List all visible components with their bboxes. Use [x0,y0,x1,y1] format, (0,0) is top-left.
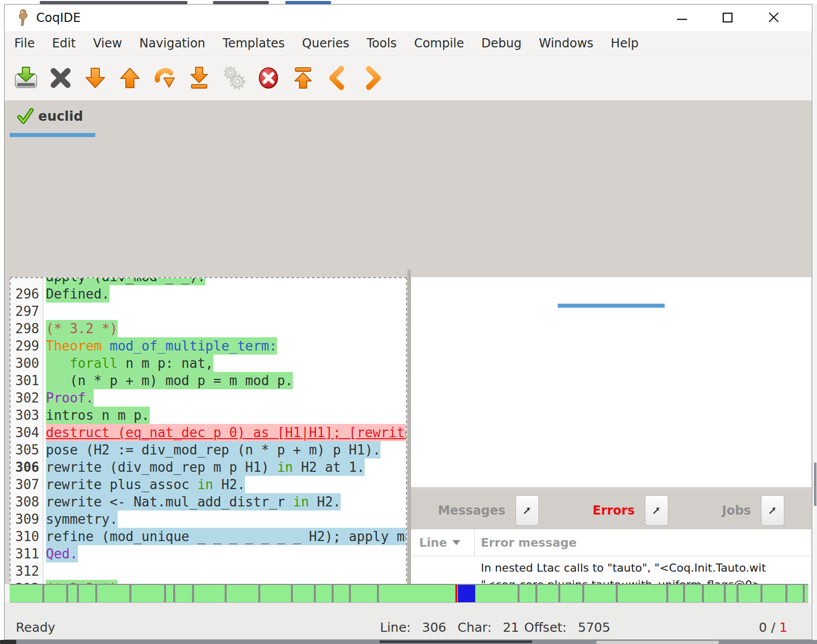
line-text: rewrite (div_mod_rep m p H1) in H2 at 1. [43,459,365,476]
errors-separator: / [771,620,775,635]
progress-segment-divider [332,585,334,602]
previous-occurrence-button[interactable] [320,63,355,93]
menu-item-tools[interactable]: Tools [358,36,405,50]
code-line: 309symmetry. [11,511,406,528]
code-line: apply (div_mod _ _). [11,277,406,285]
close-icon [767,10,781,24]
line-number: 311 [11,545,43,562]
menu-item-debug[interactable]: Debug [473,36,530,50]
save-button[interactable] [9,63,43,93]
minimize-button[interactable] [673,10,691,25]
progress-segment-divider [724,585,726,602]
line-text: Proof. [43,389,94,407]
menu-bar: FileEditViewNavigationTemplatesQueriesTo… [5,31,812,56]
line-text: (n * p + m) mod p = m mod p. [43,372,293,389]
progress-segment-divider [518,585,520,602]
line-number: 304 [11,424,43,441]
line-column-header[interactable]: Line [411,529,475,556]
line-text [43,303,46,320]
detach-button[interactable] [515,495,539,526]
progress-segment-divider [349,585,351,602]
line-text: rewrite plus_assoc in H2. [43,476,245,493]
progress-segment-divider [291,585,293,602]
line-text: intros n m p. [43,407,150,424]
line-label: Line: [380,620,411,635]
panel-tab-label: Messages [438,503,506,518]
maximize-button[interactable] [719,10,737,25]
code-line: 304destruct (eq_nat_dec p 0) as [H1|H1];… [11,424,406,441]
line-text: Qed. [43,545,78,562]
progress-current-marker [458,585,475,602]
background-blur [0,640,16,644]
menu-item-windows[interactable]: Windows [530,36,602,50]
close-button[interactable] [765,10,782,25]
detach-button[interactable] [645,495,668,526]
code-line: 311Qed. [11,545,406,562]
offset-label: Offset: [524,620,567,635]
background-text-blur [379,640,532,643]
backward-one-command-icon [118,66,142,90]
progress-segment-divider [129,585,131,602]
menu-item-templates[interactable]: Templates [214,36,293,50]
save-icon [14,66,38,90]
line-number: 306 [11,459,43,476]
close-buffer-button[interactable] [43,63,78,93]
next-occurrence-button[interactable] [355,63,390,93]
close-buffer-icon [48,66,73,90]
coq-logo-icon [15,9,31,27]
make-button[interactable] [216,63,251,93]
detach-arrow-icon [652,506,661,515]
restart-button[interactable] [286,63,320,93]
menu-item-help[interactable]: Help [602,36,647,50]
line-text: rewrite <- Nat.mul_add_distr_r in H2. [43,493,341,511]
go-to-end-button[interactable] [182,63,216,93]
detach-button[interactable] [761,495,784,526]
message-column-header[interactable]: Error message [475,536,577,549]
code-line: 302Proof. [11,389,406,407]
code-line: 300 forall n m p: nat, [11,355,406,372]
progress-segment-divider [702,585,704,602]
detach-arrow-icon [768,506,777,515]
forward-one-command-button[interactable] [78,63,113,93]
code-line: 299Theorem mod_of_multiple_term: [11,337,406,355]
coqide-window: CoqIDE FileEditViewNavigationTemplatesQu… [4,4,812,640]
code-line: 308rewrite <- Nat.mul_add_distr_r in H2. [11,493,406,511]
tab-euclid[interactable]: euclid [17,108,83,125]
menu-item-queries[interactable]: Queries [293,36,358,50]
line-text: apply (div_mod _ _). [43,277,205,285]
next-occurrence-icon [360,66,385,90]
panel-tab-jobs[interactable]: Jobs [722,495,784,526]
menu-item-file[interactable]: File [6,36,43,50]
make-icon [222,66,246,90]
menu-item-navigation[interactable]: Navigation [131,36,214,50]
line-number: 299 [11,337,43,355]
background-window-right [813,4,817,640]
panel-tab-messages[interactable]: Messages [438,495,539,526]
progress-segment-divider [683,585,685,602]
horizontal-splitter[interactable] [411,487,811,491]
menu-item-view[interactable]: View [85,36,131,50]
go-to-cursor-button[interactable] [147,63,182,93]
background-window-bottom [0,640,817,644]
panel-tab-label: Errors [593,503,635,518]
line-number: 296 [11,285,43,303]
progress-segment-divider [535,585,537,602]
line-number: 297 [11,303,43,320]
line-number: 300 [11,355,43,372]
menu-item-edit[interactable]: Edit [43,36,84,50]
interrupt-button[interactable] [251,63,286,93]
menu-item-compile[interactable]: Compile [405,36,473,50]
progress-segment-divider [314,585,316,602]
backward-one-command-button[interactable] [113,63,147,93]
active-tab-underline [10,133,95,137]
panel-tab-label: Jobs [722,503,751,518]
tab-bar: euclid [5,100,812,137]
errors-table-header: Line Error message [411,529,811,556]
goal-panel[interactable] [411,277,811,488]
sort-descending-icon [452,540,460,545]
errors-total: 1 [779,620,787,635]
line-number: 312 [11,562,43,580]
panel-tab-errors[interactable]: Errors [593,495,669,526]
line-text: (* 3.2 *) [43,320,118,337]
progress-segment-divider [558,585,560,602]
